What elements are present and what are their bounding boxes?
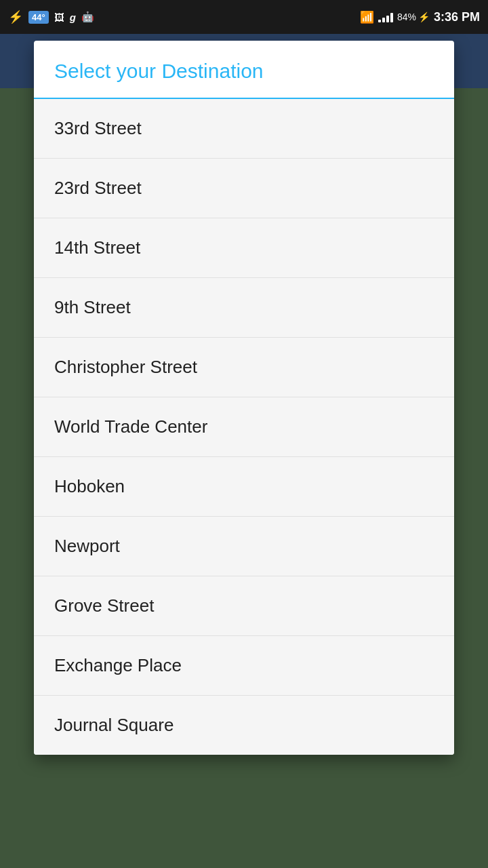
destination-item-label: 9th Street <box>54 297 131 317</box>
destination-item[interactable]: Christopher Street <box>34 338 454 397</box>
destination-item-label: 14th Street <box>54 237 140 258</box>
maps-icon: g <box>70 12 76 23</box>
destination-item-label: World Trade Center <box>54 416 207 437</box>
photo-icon: 🖼 <box>54 12 64 23</box>
destination-item[interactable]: 23rd Street <box>34 159 454 218</box>
destination-item-label: Journal Square <box>54 715 174 735</box>
destination-item-label: Exchange Place <box>54 655 182 675</box>
destination-item-label: 33rd Street <box>54 118 142 138</box>
dialog-title-section: Select your Destination <box>34 41 454 99</box>
destination-item[interactable]: 9th Street <box>34 278 454 338</box>
status-bar: ⚡ 44° 🖼 g 🤖 📶 84% ⚡ 3:36 PM <box>0 0 488 34</box>
destination-item[interactable]: Grove Street <box>34 576 454 636</box>
destination-item[interactable]: Journal Square <box>34 696 454 755</box>
temperature-badge: 44° <box>28 11 49 24</box>
destination-list: 33rd Street23rd Street14th Street9th Str… <box>34 99 454 755</box>
android-icon: 🤖 <box>81 11 94 23</box>
destination-item[interactable]: 14th Street <box>34 218 454 278</box>
destination-item-label: 23rd Street <box>54 178 142 198</box>
status-bar-right: 📶 84% ⚡ 3:36 PM <box>360 10 480 24</box>
battery-container: 84% ⚡ <box>397 12 430 22</box>
signal-bars <box>378 12 393 22</box>
dialog-title-text: Select your Destination <box>54 60 264 82</box>
battery-charging-icon: ⚡ <box>418 12 430 22</box>
destination-item-label: Hoboken <box>54 476 125 496</box>
destination-item[interactable]: Newport <box>34 517 454 576</box>
destination-item[interactable]: World Trade Center <box>34 397 454 457</box>
destination-item[interactable]: Exchange Place <box>34 636 454 696</box>
battery-percentage: 84% <box>397 12 416 22</box>
destination-dialog: Select your Destination 33rd Street23rd … <box>34 41 454 755</box>
status-bar-left: ⚡ 44° 🖼 g 🤖 <box>8 9 94 24</box>
destination-item-label: Grove Street <box>54 595 154 616</box>
destination-item-label: Christopher Street <box>54 357 197 377</box>
destination-item-label: Newport <box>54 536 120 556</box>
usb-icon: ⚡ <box>8 9 23 24</box>
destination-item[interactable]: Hoboken <box>34 457 454 517</box>
wifi-icon: 📶 <box>360 10 374 24</box>
destination-item[interactable]: 33rd Street <box>34 99 454 159</box>
status-time: 3:36 PM <box>434 10 480 24</box>
